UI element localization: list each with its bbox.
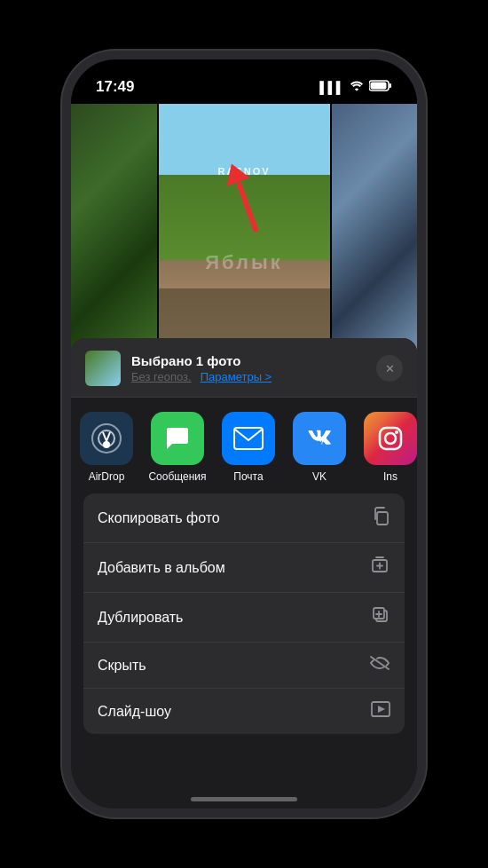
svg-rect-12 — [377, 512, 388, 525]
svg-point-10 — [385, 433, 396, 444]
add-album-label: Добавить в альбом — [98, 560, 225, 576]
svg-point-5 — [103, 441, 110, 448]
vk-icon — [293, 412, 346, 465]
copy-photo-icon — [371, 506, 390, 530]
app-item-mail[interactable]: Почта — [213, 412, 284, 483]
app-item-instagram[interactable]: Ins — [355, 412, 417, 483]
instagram-label: Ins — [383, 470, 397, 483]
mail-label: Почта — [233, 470, 263, 483]
phone-frame: 17:49 ▌▌▌ Яблык — [71, 59, 417, 809]
messages-label: Сообщения — [148, 470, 206, 483]
app-item-vk[interactable]: VK — [284, 412, 355, 483]
header-thumbnail — [85, 351, 121, 386]
vk-label: VK — [312, 470, 327, 483]
params-label[interactable]: Параметры > — [201, 370, 272, 383]
watermark: Яблык — [205, 251, 283, 274]
share-sheet: Выбрано 1 фото Без геопоз. Параметры > — [71, 338, 417, 809]
duplicate-icon — [371, 605, 390, 629]
svg-line-7 — [106, 432, 110, 441]
action-duplicate[interactable]: Дублировать — [83, 593, 405, 643]
app-item-airdrop[interactable]: AirDrop — [71, 412, 142, 483]
duplicate-label: Дублировать — [98, 610, 183, 626]
svg-line-6 — [103, 432, 106, 441]
airdrop-label: AirDrop — [89, 470, 125, 483]
hide-icon — [369, 655, 390, 675]
no-geo-label[interactable]: Без геопоз. — [131, 370, 192, 383]
add-album-icon — [371, 556, 390, 580]
signal-icon: ▌▌▌ — [319, 81, 344, 94]
action-slideshow[interactable]: Слайд-шоу — [83, 689, 405, 734]
svg-rect-8 — [234, 428, 263, 449]
app-row: AirDrop Сообщения Поч — [71, 398, 417, 493]
action-add-album[interactable]: Добавить в альбом — [83, 543, 405, 593]
airdrop-icon — [80, 412, 133, 465]
status-icons: ▌▌▌ — [319, 80, 392, 94]
header-subtitle: Без геопоз. Параметры > — [131, 370, 366, 383]
action-hide[interactable]: Скрыть — [83, 643, 405, 689]
battery-icon — [369, 80, 392, 94]
svg-rect-1 — [390, 83, 392, 88]
copy-photo-label: Скопировать фото — [98, 510, 220, 526]
svg-rect-2 — [371, 83, 387, 90]
mail-icon — [222, 412, 275, 465]
status-time: 17:49 — [96, 78, 134, 96]
svg-point-11 — [395, 430, 398, 434]
svg-point-3 — [92, 424, 121, 453]
app-item-messages[interactable]: Сообщения — [142, 412, 213, 483]
close-button[interactable] — [376, 355, 403, 382]
action-list: Скопировать фото Добавить в альбом — [83, 493, 405, 734]
slideshow-label: Слайд-шоу — [98, 704, 171, 720]
header-title: Выбрано 1 фото — [131, 353, 366, 368]
messages-icon — [151, 412, 204, 465]
action-copy-photo[interactable]: Скопировать фото — [83, 493, 405, 543]
hide-label: Скрыть — [98, 658, 146, 674]
wifi-icon — [350, 80, 364, 94]
slideshow-icon — [371, 701, 390, 722]
instagram-icon — [364, 412, 417, 465]
svg-marker-21 — [378, 706, 385, 713]
home-indicator — [191, 797, 297, 801]
notch — [186, 59, 302, 90]
share-header: Выбрано 1 фото Без геопоз. Параметры > — [71, 338, 417, 398]
header-text-block: Выбрано 1 фото Без геопоз. Параметры > — [131, 353, 366, 383]
